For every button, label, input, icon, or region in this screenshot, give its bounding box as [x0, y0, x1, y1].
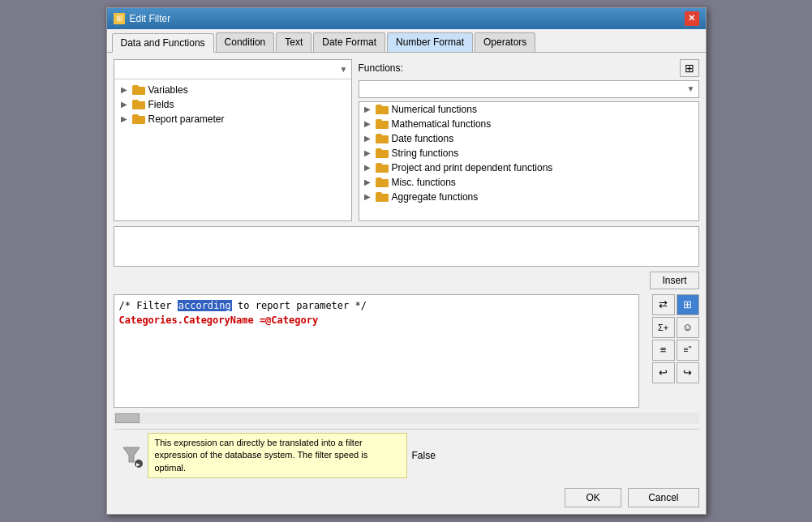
func-item-mathematical[interactable]: ▶ Mathematical functions: [359, 117, 698, 131]
func-item-misc[interactable]: ▶ Misc. functions: [359, 175, 698, 190]
func-label: Project and print dependent functions: [392, 162, 553, 173]
content-area: ▼ ▶ Variables ▶ Fields ▶: [107, 53, 706, 488]
middle-section: /* Filter according to report parameter …: [114, 294, 699, 408]
toolbar-row-4: ↩ ↪: [642, 362, 699, 383]
comment-highlight: according: [178, 300, 232, 311]
search-dropdown-icon: ▼: [687, 84, 695, 93]
expression-section: Insert: [114, 226, 699, 289]
func-label: Mathematical functions: [392, 118, 492, 130]
redo-button[interactable]: ↪: [677, 362, 699, 383]
list-button[interactable]: ≡: [652, 340, 675, 361]
func-label: Misc. functions: [392, 177, 456, 188]
expand-icon: ▶: [364, 148, 372, 157]
insert-button[interactable]: Insert: [650, 272, 698, 289]
close-button[interactable]: ✕: [685, 11, 699, 26]
comment-after: to report parameter */: [232, 300, 367, 311]
folder-icon: [132, 100, 145, 109]
tree-label: Fields: [148, 99, 174, 110]
folder-icon: [376, 192, 389, 202]
titlebar: ⊞ Edit Filter ✕: [107, 8, 706, 29]
left-panel: ▼ ▶ Variables ▶ Fields ▶: [114, 59, 352, 221]
status-left: ▶ This expression can directly be transl…: [120, 433, 436, 478]
expand-icon: ▶: [364, 163, 372, 172]
func-label: Aggregate functions: [392, 191, 479, 203]
func-item-project[interactable]: ▶ Project and print dependent functions: [359, 160, 698, 175]
comment-before: /* Filter: [119, 300, 178, 311]
insert-btn-row: Insert: [114, 272, 699, 289]
person-button[interactable]: ☺: [677, 317, 699, 338]
folder-icon: [132, 85, 145, 95]
h-scroll-thumb[interactable]: [115, 413, 140, 423]
tab-text[interactable]: Text: [276, 32, 311, 52]
list2-button[interactable]: ≡": [677, 340, 699, 361]
edit-filter-dialog: ⊞ Edit Filter ✕ Data and Functions Condi…: [106, 7, 707, 515]
filter-comment: /* Filter according to report parameter …: [119, 300, 634, 311]
toolbar-row-1: ⇄ ⊞: [642, 294, 699, 315]
expand-icon: ▶: [364, 119, 372, 128]
filter-status-icon-area: ▶: [120, 443, 143, 468]
tab-number-format[interactable]: Number Format: [387, 32, 473, 52]
toolbar-row-2: Σ+ ☺: [642, 317, 699, 338]
tab-operators[interactable]: Operators: [475, 32, 535, 52]
tree-item-report-parameter[interactable]: ▶ Report parameter: [118, 112, 348, 126]
folder-icon: [132, 114, 145, 124]
functions-list: ▶ Numerical functions ▶ Mathematical fun…: [359, 101, 699, 221]
side-toolbar: ⇄ ⊞ Σ+ ☺ ≡ ≡" ↩ ↪: [642, 294, 699, 408]
window-icon: ⊞: [114, 13, 125, 24]
func-label: Date functions: [392, 133, 454, 144]
expand-icon: ▶: [121, 100, 129, 109]
titlebar-left: ⊞ Edit Filter: [114, 13, 171, 24]
folder-icon: [376, 148, 389, 158]
expand-icon: ▶: [121, 114, 129, 123]
status-tooltip: This expression can directly be translat…: [148, 433, 407, 478]
func-item-numerical[interactable]: ▶ Numerical functions: [359, 102, 698, 117]
folder-icon: [376, 119, 389, 129]
expand-icon: ▶: [364, 105, 372, 113]
functions-header: Functions: ⊞: [359, 59, 699, 77]
tooltip-text: This expression can directly be translat…: [155, 438, 368, 473]
expand-icon: ▶: [364, 192, 372, 201]
func-item-string[interactable]: ▶ String functions: [359, 146, 698, 160]
mouse-cursor-icon: ▶: [135, 460, 143, 468]
tree-item-variables[interactable]: ▶ Variables: [118, 83, 348, 97]
tree-label: Variables: [148, 84, 188, 96]
ok-button[interactable]: OK: [565, 488, 621, 507]
right-panel: Functions: ⊞ ▼ ▶ Numerical functions ▶: [359, 59, 699, 221]
folder-icon: [376, 163, 389, 173]
expression-input[interactable]: [114, 226, 699, 267]
folder-icon: [376, 105, 389, 114]
arrows-button[interactable]: ⇄: [652, 294, 675, 315]
toolbar-row-3: ≡ ≡": [642, 340, 699, 361]
bottom-buttons: OK Cancel: [107, 488, 699, 507]
sigma-button[interactable]: Σ+: [652, 317, 675, 338]
horizontal-scrollbar[interactable]: [114, 413, 699, 424]
tree-label: Report parameter: [148, 113, 225, 125]
folder-icon: [376, 134, 389, 143]
func-label: String functions: [392, 148, 459, 159]
tree-area: ▶ Variables ▶ Fields ▶ Report parameter: [114, 79, 351, 220]
dropdown-arrow-icon: ▼: [340, 65, 348, 74]
functions-label: Functions:: [359, 62, 403, 74]
filter-editor[interactable]: /* Filter according to report parameter …: [114, 294, 639, 408]
func-label: Numerical functions: [392, 104, 477, 115]
tab-date-format[interactable]: Date Format: [313, 32, 385, 52]
false-label: False: [412, 450, 436, 461]
expand-icon: ▶: [121, 85, 129, 94]
left-dropdown[interactable]: ▼: [114, 60, 351, 79]
window-title: Edit Filter: [130, 13, 171, 24]
expand-icon: ▶: [364, 134, 372, 143]
undo-button[interactable]: ↩: [652, 362, 675, 383]
tab-condition[interactable]: Condition: [216, 32, 275, 52]
filter-expression: Categories.CategoryName =@Category: [119, 314, 634, 326]
func-item-aggregate[interactable]: ▶ Aggregate functions: [359, 190, 698, 204]
grid-button[interactable]: ⊞: [677, 294, 699, 315]
cancel-button[interactable]: Cancel: [628, 488, 698, 507]
functions-grid-button[interactable]: ⊞: [680, 59, 699, 77]
func-item-date[interactable]: ▶ Date functions: [359, 131, 698, 146]
functions-search[interactable]: ▼: [359, 80, 699, 98]
folder-icon: [376, 178, 389, 187]
tree-item-fields[interactable]: ▶ Fields: [118, 97, 348, 112]
top-section: ▼ ▶ Variables ▶ Fields ▶: [114, 59, 699, 221]
bottom-status: ▶ This expression can directly be transl…: [114, 429, 699, 481]
tab-data-functions[interactable]: Data and Functions: [112, 33, 214, 53]
